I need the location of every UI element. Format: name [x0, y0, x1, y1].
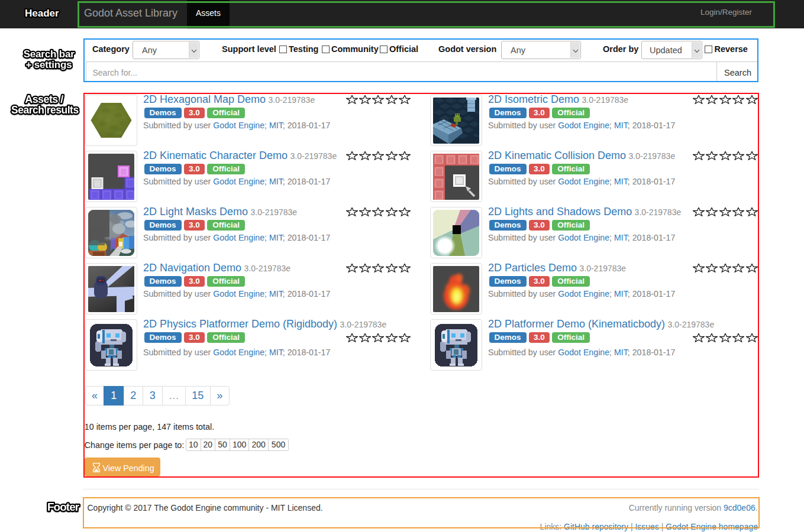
- svg-text:Footer: Footer: [47, 501, 80, 513]
- svg-text:Assets /: Assets /: [25, 93, 63, 105]
- svg-text:+ settings: + settings: [26, 59, 72, 70]
- svg-text:Search bar: Search bar: [24, 48, 75, 60]
- svg-text:Search results: Search results: [11, 104, 79, 116]
